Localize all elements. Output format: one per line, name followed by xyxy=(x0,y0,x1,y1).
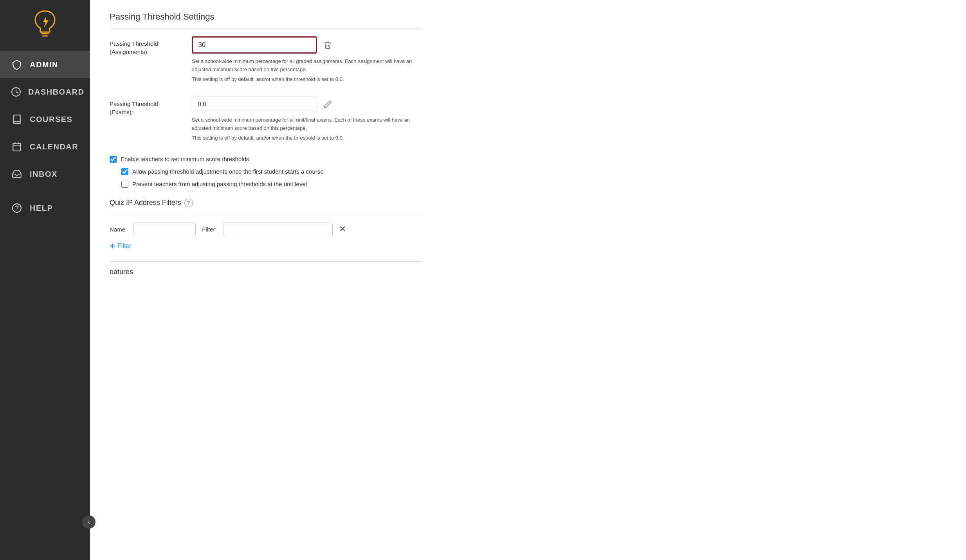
exams-threshold-label: Passing Threshold(Exams): xyxy=(110,97,180,116)
prevent-teachers-checkbox-item[interactable]: Prevent teachers from adjusting passing … xyxy=(121,181,423,188)
sidebar-item-help[interactable]: HELP xyxy=(0,194,90,222)
enable-teachers-checkbox-item[interactable]: Enable teachers to set minimum score thr… xyxy=(110,156,423,163)
exams-threshold-input[interactable] xyxy=(192,97,317,112)
sidebar-divider xyxy=(7,191,83,191)
sidebar-item-calendar-label: CALENDAR xyxy=(30,142,78,151)
sidebar-item-admin-label: ADMIN xyxy=(30,60,58,69)
assignments-threshold-input[interactable] xyxy=(192,36,317,54)
exams-input-row xyxy=(192,97,423,112)
features-section: eatures xyxy=(110,261,423,276)
enable-teachers-checkbox[interactable] xyxy=(110,156,117,163)
page-title: Passing Threshold Settings xyxy=(110,12,423,29)
filter-close-button[interactable]: ✕ xyxy=(339,224,346,234)
filter-name-input[interactable] xyxy=(133,223,196,236)
filter-value-label: Filter: xyxy=(202,226,217,233)
logo-icon xyxy=(31,8,59,39)
filter-name-label: Name: xyxy=(110,226,127,233)
dashboard-icon xyxy=(11,87,21,97)
assignments-threshold-label: Passing Threshold(Assignments): xyxy=(110,36,180,56)
exams-description: Set a school-wide minimum percentage for… xyxy=(192,116,423,142)
sidebar: ADMIN DASHBOARD COURSES xyxy=(0,0,90,560)
assignments-threshold-field-group: Set a school-wide minimum percentage for… xyxy=(192,36,423,85)
plus-icon xyxy=(110,243,115,249)
sidebar-item-dashboard[interactable]: DASHBOARD xyxy=(0,78,90,106)
quiz-ip-title-text: Quiz IP Address Filters xyxy=(110,199,181,207)
sidebar-item-courses-label: COURSES xyxy=(30,115,72,124)
exams-threshold-field-group: Set a school-wide minimum percentage for… xyxy=(192,97,423,144)
prevent-teachers-checkbox[interactable] xyxy=(121,181,128,188)
filter-row: Name: Filter: ✕ xyxy=(110,223,423,236)
quiz-ip-help-icon[interactable]: ? xyxy=(184,199,193,207)
pencil-icon xyxy=(323,100,332,109)
exams-edit-button[interactable] xyxy=(322,99,333,110)
allow-passing-checkbox[interactable] xyxy=(121,168,128,175)
sidebar-item-admin[interactable]: ADMIN xyxy=(0,51,90,78)
assignments-input-row xyxy=(192,36,423,54)
quiz-ip-section-title: Quiz IP Address Filters ? xyxy=(110,199,423,213)
svg-rect-3 xyxy=(13,143,21,151)
calendar-icon xyxy=(11,142,23,152)
content-area: Passing Threshold Settings Passing Thres… xyxy=(90,0,442,288)
prevent-teachers-label: Prevent teachers from adjusting passing … xyxy=(132,181,307,187)
checkbox-group: Enable teachers to set minimum score thr… xyxy=(110,156,423,188)
features-title: eatures xyxy=(110,268,133,276)
book-icon xyxy=(11,114,23,124)
chevron-left-icon: ‹ xyxy=(88,519,90,525)
sidebar-item-courses[interactable]: COURSES xyxy=(0,106,90,133)
add-filter-label: Filter xyxy=(117,242,132,249)
sidebar-nav: ADMIN DASHBOARD COURSES xyxy=(0,51,90,222)
allow-passing-checkbox-item[interactable]: Allow passing threshold adjustments once… xyxy=(121,168,423,175)
filter-value-input[interactable] xyxy=(223,223,333,236)
sidebar-item-dashboard-label: DASHBOARD xyxy=(28,88,85,97)
sidebar-item-help-label: HELP xyxy=(30,204,53,213)
sidebar-collapse-button[interactable]: ‹ xyxy=(82,515,96,529)
enable-teachers-label: Enable teachers to set minimum score thr… xyxy=(121,156,249,162)
assignments-delete-button[interactable] xyxy=(322,39,333,51)
trash-icon xyxy=(323,41,332,49)
add-filter-button[interactable]: Filter xyxy=(110,242,132,249)
exams-threshold-section: Passing Threshold(Exams): Set a school-w… xyxy=(110,97,423,144)
assignments-description: Set a school-wide minimum percentage for… xyxy=(192,57,423,83)
main-content: Passing Threshold Settings Passing Thres… xyxy=(90,0,966,560)
sidebar-item-calendar[interactable]: CALENDAR xyxy=(0,133,90,160)
assignments-threshold-section: Passing Threshold(Assignments): xyxy=(110,36,423,85)
inbox-icon xyxy=(11,169,23,179)
sidebar-item-inbox[interactable]: INBOX xyxy=(0,160,90,188)
help-icon xyxy=(11,203,23,213)
close-icon: ✕ xyxy=(339,224,346,234)
shield-icon xyxy=(11,59,23,70)
logo xyxy=(31,8,59,39)
allow-passing-label: Allow passing threshold adjustments once… xyxy=(132,168,324,175)
sidebar-item-inbox-label: INBOX xyxy=(30,170,58,179)
